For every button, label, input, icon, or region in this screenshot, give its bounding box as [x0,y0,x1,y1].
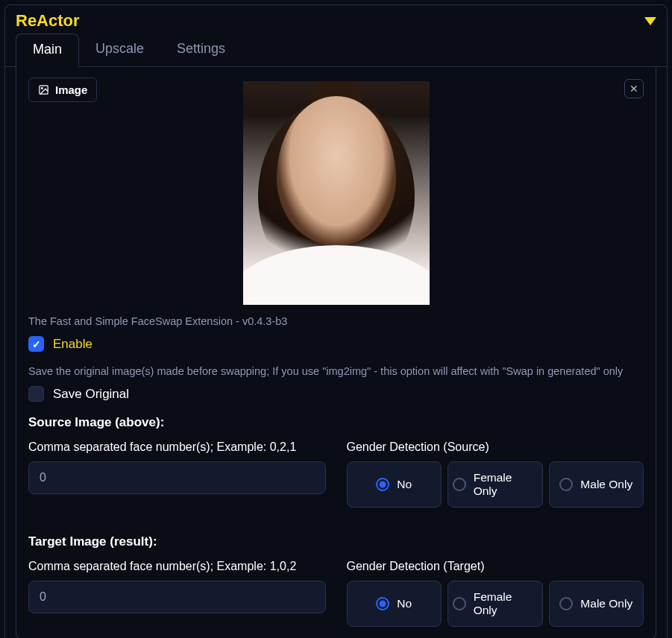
source-gender-col: Gender Detection (Source) No Female Only… [347,440,644,508]
image-tab-label: Image [55,83,87,96]
source-gender-no-label: No [397,478,412,491]
enable-row: ✓ Enable [28,336,644,352]
collapse-icon[interactable] [644,17,656,25]
tabs: Main Upscale Settings [5,34,667,67]
save-original-row: Save Original [28,386,644,402]
radio-dot-icon [559,478,573,491]
panel-header: ReActor [5,5,667,34]
target-gender-no-label: No [397,597,412,610]
remove-image-button[interactable]: ✕ [624,79,644,98]
panel-title: ReActor [16,11,80,31]
source-face-numbers-input[interactable] [28,461,326,494]
close-icon: ✕ [629,83,638,95]
source-gender-female[interactable]: Female Only [448,461,543,508]
radio-dot-icon [376,478,389,491]
save-original-hint: Save the original image(s) made before s… [28,365,644,377]
target-gender-label: Gender Detection (Target) [347,560,644,573]
source-row: Comma separated face number(s); Example:… [28,440,644,508]
target-row: Comma separated face number(s); Example:… [28,560,644,627]
source-gender-label: Gender Detection (Source) [347,440,644,454]
reactor-panel: ReActor Main Upscale Settings Image ✕ [4,4,668,638]
target-gender-male-label: Male Only [580,597,632,610]
source-face-numbers-label: Comma separated face number(s); Example:… [28,440,326,454]
save-original-label: Save Original [53,387,129,402]
target-face-numbers-label: Comma separated face number(s); Example:… [28,560,326,573]
svg-point-1 [41,87,43,89]
source-gender-radio-group: No Female Only Male Only [347,461,644,508]
target-gender-female[interactable]: Female Only [448,581,543,627]
radio-dot-icon [376,597,389,610]
target-face-numbers-input[interactable] [28,581,326,613]
source-face-numbers-col: Comma separated face number(s); Example:… [28,440,326,508]
source-gender-no[interactable]: No [347,461,442,508]
source-image-preview-wrap [28,81,644,305]
image-icon [38,84,49,95]
radio-dot-icon [453,597,466,610]
radio-dot-icon [559,597,573,610]
target-section-label: Target Image (result): [28,534,644,549]
source-image-preview[interactable] [243,81,430,305]
target-gender-radio-group: No Female Only Male Only [347,581,644,627]
target-gender-no[interactable]: No [347,581,442,627]
source-gender-male[interactable]: Male Only [549,461,644,508]
tab-upscale[interactable]: Upscale [79,34,160,66]
tab-settings[interactable]: Settings [160,34,242,66]
target-gender-col: Gender Detection (Target) No Female Only… [347,560,644,627]
source-gender-male-label: Male Only [580,478,632,491]
source-gender-female-label: Female Only [474,471,538,498]
image-tab-button[interactable]: Image [28,78,97,102]
radio-dot-icon [453,478,466,491]
tab-content-main: Image ✕ The Fast and Simple FaceSwap Ext… [16,67,656,638]
target-gender-male[interactable]: Male Only [549,581,644,627]
enable-label: Enable [53,337,92,352]
save-original-checkbox[interactable] [28,386,44,402]
face-placeholder-shoulders [243,245,430,305]
enable-checkbox[interactable]: ✓ [28,336,44,352]
target-gender-female-label: Female Only [474,590,538,617]
extension-description: The Fast and Simple FaceSwap Extension -… [28,315,644,327]
source-section-label: Source Image (above): [28,415,644,430]
tab-main[interactable]: Main [16,34,79,67]
target-face-numbers-col: Comma separated face number(s); Example:… [28,560,326,627]
